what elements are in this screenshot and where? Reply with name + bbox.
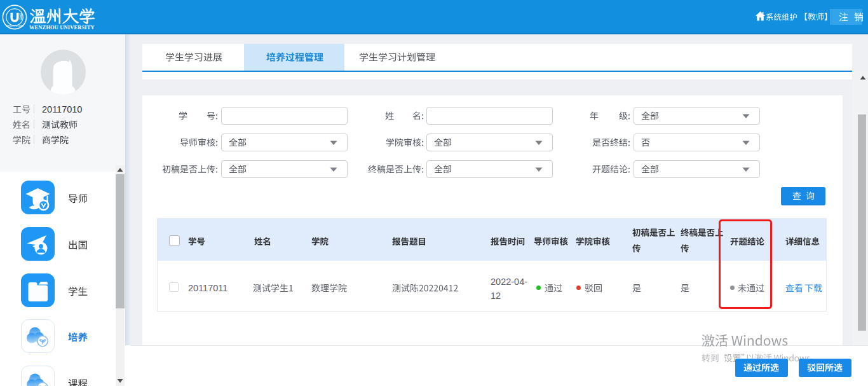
svg-text:WENZHOU UNIV: WENZHOU UNIV [6,25,24,27]
svg-text:·····: ····· [12,8,17,11]
